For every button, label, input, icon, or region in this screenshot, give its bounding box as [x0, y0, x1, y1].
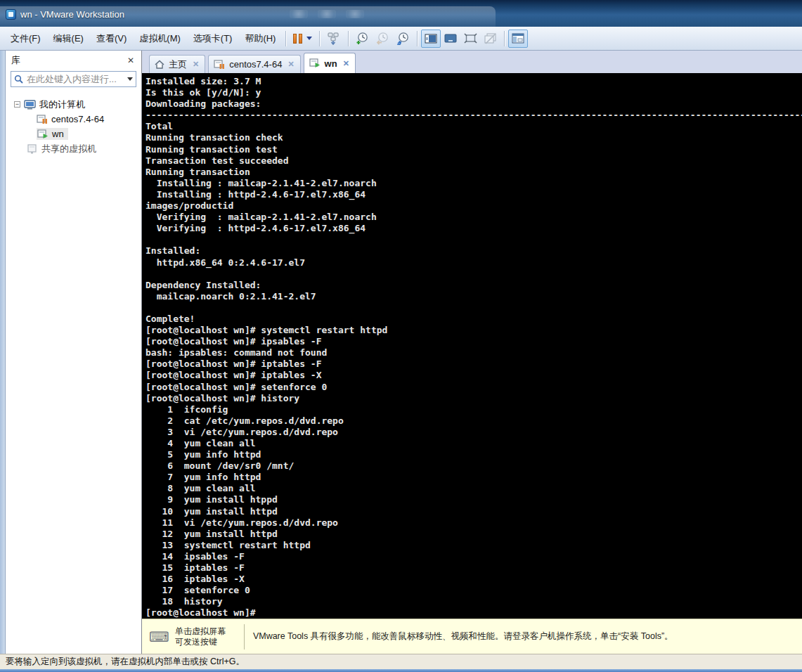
menu-tabs[interactable]: 选项卡(T)	[187, 30, 239, 48]
vm-running-icon	[309, 58, 321, 68]
vmware-tools-message: VMware Tools 具有很多功能，能改善鼠标移动性、视频和性能。请登录客户…	[253, 631, 673, 642]
window-edge-bottom	[0, 669, 802, 672]
tab-centos[interactable]: centos7.4-64 ✕	[208, 55, 300, 73]
search-dropdown-icon[interactable]	[127, 77, 133, 81]
content-area: 库 ✕ 在此处键入内容进行... −	[0, 51, 802, 654]
monitor-icon	[444, 34, 457, 44]
snapshot-revert-icon	[376, 32, 389, 45]
snapshot-take-icon	[356, 32, 369, 45]
computer-icon	[24, 100, 36, 110]
notification-divider	[244, 624, 245, 650]
toolbar-separator	[348, 31, 349, 46]
menu-vm[interactable]: 虚拟机(M)	[133, 30, 187, 48]
tree-item-centos[interactable]: centos7.4-64	[6, 112, 141, 127]
pause-button[interactable]	[290, 30, 316, 48]
tab-close-icon[interactable]: ✕	[193, 60, 199, 69]
menu-file[interactable]: 文件(F)	[4, 30, 47, 48]
snapshot-manager-button[interactable]	[393, 30, 413, 48]
toolbar-separator	[319, 31, 320, 46]
tab-close-icon[interactable]: ✕	[343, 59, 349, 68]
tab-label: centos7.4-64	[229, 59, 282, 70]
library-panel-toggle-button[interactable]	[508, 30, 528, 48]
status-text: 要将输入定向到该虚拟机，请在虚拟机内部单击或按 Ctrl+G。	[6, 656, 245, 668]
vmware-app-icon	[6, 9, 16, 20]
snapshot-manager-icon	[396, 32, 410, 45]
take-snapshot-button[interactable]	[352, 30, 373, 48]
library-sidebar: 库 ✕ 在此处键入内容进行... −	[6, 51, 142, 654]
send-keys-hint: 单击虚拟屏幕 可发送按键	[175, 626, 235, 647]
library-tree: − 我的计算机 centos7.4-64	[6, 93, 141, 156]
vmware-workstation-window: wn - VMware Workstation 文件(F) 编辑(E) 查看(V…	[0, 0, 802, 672]
show-console-monitor-button[interactable]	[441, 30, 460, 48]
library-title: 库	[11, 54, 20, 67]
tab-label: 主页	[169, 58, 187, 71]
home-icon	[155, 60, 164, 69]
search-placeholder: 在此处键入内容进行...	[27, 73, 124, 86]
unity-mode-icon	[484, 33, 497, 44]
revert-snapshot-button[interactable]	[373, 30, 393, 48]
library-panel-icon	[512, 33, 524, 44]
selected-tree-item: wn	[37, 128, 68, 140]
vm-console-terminal[interactable]: Installed size: 3.7 M Is this ok [y/d/N]…	[142, 73, 802, 619]
chevron-down-icon[interactable]	[306, 37, 312, 40]
library-close-icon[interactable]: ✕	[126, 56, 136, 65]
vm-paused-icon	[214, 60, 225, 70]
menu-toolbar: 文件(F) 编辑(E) 查看(V) 虚拟机(M) 选项卡(T) 帮助(H)	[0, 27, 802, 51]
toolbar-separator	[504, 31, 505, 46]
tab-bar: 主页 ✕ centos7.4-64 ✕	[142, 51, 802, 73]
search-icon	[14, 75, 23, 84]
menu-help[interactable]: 帮助(H)	[238, 30, 282, 48]
fullscreen-button[interactable]	[460, 30, 481, 48]
shared-vm-icon	[27, 144, 38, 154]
keyboard-icon: ⌨	[149, 630, 169, 644]
titlebar: wn - VMware Workstation	[0, 0, 802, 27]
menu-view[interactable]: 查看(V)	[90, 30, 133, 48]
collapse-icon[interactable]: −	[14, 101, 20, 108]
tab-label: wn	[325, 58, 337, 69]
tab-home[interactable]: 主页 ✕	[149, 55, 205, 73]
status-bar: 要将输入定向到该虚拟机，请在虚拟机内部单击或按 Ctrl+G。	[0, 654, 802, 669]
tab-wn[interactable]: wn ✕	[304, 53, 356, 73]
console-view-icon	[425, 34, 437, 44]
send-ctrl-alt-del-button[interactable]	[323, 30, 344, 48]
main-area: 主页 ✕ centos7.4-64 ✕	[142, 51, 802, 654]
ctrl-alt-del-icon	[327, 32, 341, 45]
close-button[interactable]	[346, 10, 364, 18]
toolbar-separator	[417, 31, 418, 46]
fullscreen-icon	[464, 33, 477, 44]
tree-item-wn[interactable]: wn	[6, 127, 141, 141]
window-title: wn - VMware Workstation	[20, 9, 124, 20]
tab-close-icon[interactable]: ✕	[287, 60, 294, 69]
window-edge-left	[0, 51, 6, 654]
unity-mode-button[interactable]	[481, 30, 500, 48]
window-controls	[290, 10, 364, 18]
pause-icon	[293, 34, 302, 44]
console-view-button[interactable]	[421, 30, 441, 48]
vmware-tools-notification: ⌨ 单击虚拟屏幕 可发送按键 VMware Tools 具有很多功能，能改善鼠标…	[142, 619, 802, 654]
minimize-button[interactable]	[290, 10, 308, 18]
maximize-button[interactable]	[318, 10, 336, 18]
vm-paused-icon	[37, 115, 48, 124]
tree-item-shared-vms[interactable]: 共享的虚拟机	[6, 141, 141, 156]
vm-running-icon	[37, 129, 48, 139]
toolbar-separator	[285, 31, 286, 46]
menu-edit[interactable]: 编辑(E)	[47, 30, 90, 48]
tree-item-my-computer[interactable]: − 我的计算机	[6, 97, 141, 112]
library-search-input[interactable]: 在此处键入内容进行...	[11, 71, 136, 87]
